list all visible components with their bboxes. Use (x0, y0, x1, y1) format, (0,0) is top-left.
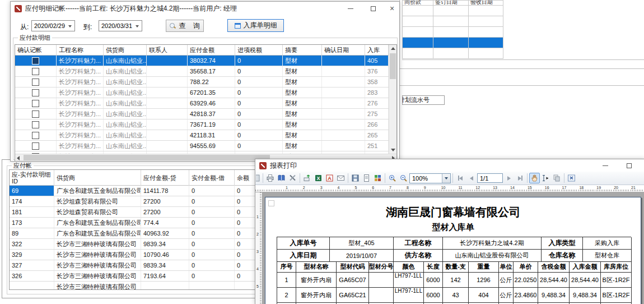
close-button[interactable]: × (640, 159, 644, 172)
sidebar-toggle-icon[interactable] (256, 173, 261, 183)
scroll-left-icon[interactable] (17, 156, 20, 160)
confirm-cell[interactable] (15, 66, 57, 76)
checkbox[interactable] (32, 142, 39, 150)
table-row[interactable] (403, 6, 503, 16)
confirm-cell[interactable] (15, 77, 57, 87)
column-header[interactable]: 应-实付款明细ID (10, 170, 54, 186)
table-row[interactable] (403, 16, 503, 27)
table-row[interactable]: 长沙市三湘特种玻璃有限公司 (10, 282, 256, 289)
page-number-input[interactable]: 1/1 (477, 173, 503, 183)
column-header[interactable]: 联系人 (147, 45, 188, 55)
pdf-export-icon[interactable]: A (324, 173, 335, 183)
column-header[interactable]: 供货商 (54, 170, 141, 186)
confirm-cell[interactable] (15, 98, 57, 108)
column-header[interactable]: 余额 (235, 170, 257, 186)
table-row[interactable]: 322长沙市三湘特种玻璃有限公司9839.3400 (10, 239, 256, 250)
zoom-level-combo[interactable]: 100% (409, 173, 451, 183)
print-icon[interactable] (265, 173, 276, 183)
column-header[interactable]: 工程名称 (57, 45, 104, 55)
excel-export-icon[interactable]: X (313, 173, 324, 183)
last-page-icon[interactable] (515, 173, 525, 183)
table-row[interactable]: 89广东合和建筑五金制品有限公司40963.9200 (10, 228, 256, 239)
checkbox[interactable] (32, 79, 39, 86)
checkbox[interactable] (32, 121, 39, 128)
query-button[interactable]: 查 询 (166, 20, 204, 32)
from-date-combo[interactable]: 2020/02/29 (31, 20, 75, 31)
table-row[interactable] (403, 38, 503, 48)
checkbox[interactable] (32, 89, 39, 96)
table-row[interactable] (403, 48, 503, 59)
table-row[interactable]: 长沙万科魅力...山东南山铝业...67201.350型材283 (15, 87, 389, 98)
table-row[interactable]: 长沙万科魅力...山东南山铝业...35658.170型材376 (15, 66, 389, 77)
next-page-icon[interactable] (503, 173, 514, 183)
table-row[interactable]: 174长沙坦森贸易有限公司2720000 (10, 196, 256, 207)
copy-icon[interactable] (552, 173, 562, 183)
scrollbar-thumb[interactable] (24, 155, 270, 160)
report-titlebar[interactable]: 报表打印 (255, 159, 644, 172)
column-header[interactable]: 供货商 (104, 45, 147, 55)
checkbox[interactable] (32, 100, 39, 107)
confirm-cell[interactable] (15, 56, 57, 66)
confirm-cell[interactable] (15, 141, 57, 151)
first-page-icon[interactable] (455, 173, 465, 183)
zoom-out-icon[interactable] (398, 173, 409, 183)
maximize-button[interactable] (619, 159, 638, 172)
table-row[interactable] (403, 27, 503, 38)
close-preview-icon[interactable] (566, 173, 577, 183)
chevron-down-icon[interactable] (442, 174, 450, 183)
export-icon[interactable] (302, 173, 312, 183)
book-icon[interactable] (276, 173, 287, 183)
table-row[interactable]: 长沙万科魅力...山东南山铝业...63929.460型材276 (15, 98, 389, 109)
hand-tool-icon[interactable] (529, 173, 540, 183)
inbound-detail-button[interactable]: 入库单明细 (227, 19, 284, 32)
confirm-cell[interactable] (15, 119, 57, 130)
table-row[interactable]: 长沙万科魅力...山东南山铝业...42118.310型材265 (15, 130, 389, 141)
chevron-down-icon[interactable] (68, 25, 72, 27)
checkbox[interactable] (32, 110, 39, 118)
item-cell: 1 (277, 273, 296, 288)
zoom-in-icon[interactable] (387, 173, 398, 183)
column-header[interactable]: 确认日期 (322, 45, 365, 55)
table-row[interactable]: 69广东合和建筑五金制品有限公司11411.7800 (10, 186, 256, 196)
save-icon[interactable] (350, 173, 361, 183)
column-header[interactable]: 入库 (365, 45, 389, 55)
mail-icon[interactable] (335, 173, 346, 183)
checkbox[interactable] (32, 68, 39, 75)
table-row[interactable]: 329长沙市三湘特种玻璃有限公司10790.4600 (10, 250, 256, 260)
column-header[interactable]: 应付金额 (188, 45, 235, 55)
vertical-scrollbar[interactable] (389, 45, 396, 154)
column-header[interactable]: 确认记帐 (15, 45, 57, 55)
column-header[interactable]: 进项税额 (235, 45, 283, 55)
table-row[interactable]: 326长沙市三湘特种玻璃有限公司7193.6400 (10, 271, 256, 282)
prev-page-icon[interactable] (466, 173, 477, 183)
minimize-button[interactable] (596, 159, 615, 172)
scrollbar-thumb[interactable] (390, 53, 396, 79)
table-row[interactable]: 181长沙坦森贸易有限公司2720000 (10, 207, 256, 218)
column-header[interactable]: 实付金额-借 (189, 170, 235, 186)
confirm-cell[interactable] (15, 130, 57, 140)
confirm-cell[interactable] (15, 109, 57, 119)
to-date-combo[interactable]: 2020/03/31 (99, 20, 142, 31)
table-row[interactable]: 327长沙市三湘特种玻璃有限公司9839.3400 (10, 260, 256, 271)
maximize-button[interactable] (363, 2, 382, 15)
table-row[interactable]: 长沙万科魅力...山东南山铝业...73671.190型材266 (15, 119, 389, 130)
minimize-button[interactable] (341, 2, 360, 15)
table-row[interactable]: 长沙万科魅力...山东南山铝业...788.220型材358 (15, 77, 389, 87)
table-row[interactable]: 长沙万科魅力...山东南山铝业...42818.370型材275 (15, 109, 389, 119)
confirm-cell[interactable] (15, 87, 57, 98)
scroll-down-icon[interactable] (391, 149, 395, 151)
media-icon[interactable] (372, 173, 383, 183)
text-select-icon[interactable] (540, 173, 551, 183)
page-setup-icon[interactable] (361, 173, 372, 183)
checkbox[interactable] (32, 57, 39, 65)
close-button[interactable]: × (382, 2, 402, 15)
chevron-down-icon[interactable] (136, 25, 139, 27)
tools-icon[interactable] (287, 173, 298, 183)
column-header[interactable]: 摘要 (283, 45, 322, 55)
scroll-up-icon[interactable] (391, 47, 395, 50)
table-row[interactable]: 长沙万科魅力...山东南山铝业...94555.690型材251 (15, 141, 389, 151)
column-header[interactable]: 应付金额-贷 (141, 170, 189, 186)
table-row[interactable]: 173广东合和建筑五金制品有限公司774.400 (10, 218, 256, 228)
checkbox[interactable] (32, 132, 39, 139)
table-row[interactable]: 长沙万科魅力...山东南山铝业...38032.740型材405 (15, 56, 389, 66)
